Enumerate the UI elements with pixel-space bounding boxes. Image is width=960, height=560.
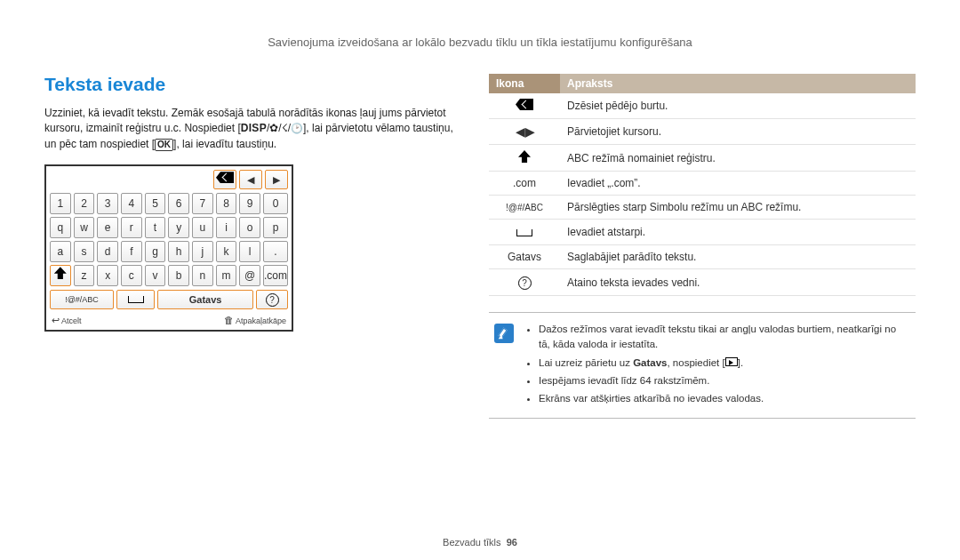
kbd-key[interactable]: w xyxy=(74,217,95,238)
keyboard-grid: 1234567890qwertyuiopasdfghjkl.zxcvbnm@.c… xyxy=(50,193,288,286)
icon-description-table: Ikona Apraksts Dzēsiet pēdējo burtu. ◀ ▶… xyxy=(489,74,916,296)
table-row: !@#/ABC Pārslēgties starp Simbolu režīmu… xyxy=(489,196,916,220)
kbd-done[interactable]: Gatavs xyxy=(157,290,253,309)
back-key-icon: ↩ xyxy=(52,315,60,326)
intro-paragraph: Uzziniet, kā ievadīt tekstu. Zemāk esoša… xyxy=(44,106,453,152)
kbd-help[interactable]: ? xyxy=(256,290,288,309)
kbd-footer-cancel: ↩ Atcelt xyxy=(52,315,82,326)
kbd-key[interactable]: 2 xyxy=(74,193,95,214)
kbd-key[interactable]: x xyxy=(97,265,118,286)
info-icon xyxy=(494,324,514,343)
info-li2-bold: Gatavs xyxy=(633,357,667,368)
help-icon: ? xyxy=(266,293,279,307)
kbd-key[interactable]: 6 xyxy=(168,193,189,214)
kbd-key[interactable]: o xyxy=(239,217,260,238)
kbd-key[interactable]: a xyxy=(50,241,71,262)
footer-page-number: 96 xyxy=(507,537,517,548)
pencil-icon xyxy=(499,328,509,339)
kbd-footer-cancel-label: Atcelt xyxy=(61,316,82,325)
backspace-icon xyxy=(216,172,234,183)
kbd-key[interactable]: i xyxy=(216,217,237,238)
kbd-key[interactable]: q xyxy=(50,217,71,238)
desc-cell: Ataino teksta ievades vedni. xyxy=(560,269,916,296)
kbd-key[interactable]: l xyxy=(239,241,260,262)
table-row: Gatavs Saglabājiet parādīto tekstu. xyxy=(489,245,916,269)
kbd-key[interactable]: 5 xyxy=(145,193,166,214)
intro-seg3: ], lai ievadītu taustiņu. xyxy=(173,138,276,150)
table-row: ? Ataino teksta ievades vedni. xyxy=(489,269,916,296)
onscreen-keyboard: ◀ ▶ 1234567890qwertyuiopasdfghjkl.zxcvbn… xyxy=(44,164,293,332)
desc-cell: Dzēsiet pēdējo burtu. xyxy=(560,93,916,119)
icon-left-right: ◀ ▶ xyxy=(489,119,560,145)
kbd-key[interactable]: e xyxy=(97,217,118,238)
kbd-key[interactable]: 0 xyxy=(263,193,288,214)
icon-gatavs: Gatavs xyxy=(489,245,560,269)
icon-shift xyxy=(489,145,560,172)
space-icon xyxy=(128,296,144,303)
kbd-key[interactable]: v xyxy=(145,265,166,286)
kbd-key[interactable]: t xyxy=(145,217,166,238)
kbd-key[interactable]: 4 xyxy=(121,193,142,214)
shift-icon xyxy=(54,267,67,279)
kbd-key[interactable]: @ xyxy=(239,265,260,286)
kbd-key[interactable]: u xyxy=(192,217,213,238)
desc-cell: ABC režīmā nomainiet reģistru. xyxy=(560,145,916,172)
kbd-com[interactable]: .com xyxy=(263,265,288,286)
kbd-key[interactable]: . xyxy=(263,241,288,262)
info-li2-c: ]. xyxy=(738,357,743,368)
kbd-key[interactable]: p xyxy=(263,217,288,238)
kbd-key[interactable]: k xyxy=(216,241,237,262)
kbd-key[interactable]: 3 xyxy=(97,193,118,214)
kbd-key[interactable]: g xyxy=(145,241,166,262)
kbd-footer-back-label: Atpakaļatkāpe xyxy=(236,316,286,325)
table-row: .com Ievadiet „.com”. xyxy=(489,172,916,196)
trash-icon: 🗑 xyxy=(224,315,234,325)
footer-label: Bezvadu tīkls xyxy=(443,537,500,548)
kbd-shift[interactable] xyxy=(50,265,71,286)
kbd-key[interactable]: h xyxy=(168,241,189,262)
kbd-key[interactable]: 8 xyxy=(216,193,237,214)
kbd-key[interactable]: y xyxy=(168,217,189,238)
play-box-icon xyxy=(725,357,738,366)
info-item: Ekrāns var atšķirties atkarībā no ievade… xyxy=(539,391,910,406)
kbd-key[interactable]: r xyxy=(121,217,142,238)
space-icon xyxy=(516,229,532,236)
kbd-key[interactable]: m xyxy=(216,265,237,286)
icon-backspace xyxy=(489,93,560,119)
intro-disp: DISP xyxy=(241,122,267,134)
kbd-key[interactable]: c xyxy=(121,265,142,286)
kbd-footer-back: 🗑 Atpakaļatkāpe xyxy=(224,315,286,326)
kbd-key[interactable]: f xyxy=(121,241,142,262)
kbd-key[interactable]: j xyxy=(192,241,213,262)
kbd-cursor-left[interactable]: ◀ xyxy=(239,170,262,189)
icon-com: .com xyxy=(489,172,560,196)
kbd-key[interactable]: 9 xyxy=(239,193,260,214)
desc-cell: Ievadiet atstarpi. xyxy=(560,220,916,245)
info-li2-a: Lai uzreiz pārietu uz xyxy=(539,357,633,368)
page-footer: Bezvadu tīkls 96 xyxy=(0,537,960,548)
kbd-key[interactable]: 7 xyxy=(192,193,213,214)
table-head-desc: Apraksts xyxy=(560,74,916,93)
kbd-key[interactable]: b xyxy=(168,265,189,286)
kbd-key[interactable]: 1 xyxy=(50,193,71,214)
table-head-icon: Ikona xyxy=(489,74,560,93)
kbd-space[interactable] xyxy=(116,290,155,309)
backspace-icon xyxy=(516,99,533,110)
kbd-backspace-top[interactable] xyxy=(213,170,236,189)
page-header: Savienojuma izveidošana ar lokālo bezvad… xyxy=(44,36,916,49)
icon-help: ? xyxy=(489,269,560,296)
info-item: Dažos režīmos varat ievadīt tekstu tikai… xyxy=(539,322,910,353)
desc-cell: Ievadiet „.com”. xyxy=(560,172,916,196)
kbd-key[interactable]: n xyxy=(192,265,213,286)
info-item: Lai uzreiz pārietu uz Gatavs, nospiediet… xyxy=(539,356,910,371)
table-row: Ievadiet atstarpi. xyxy=(489,220,916,245)
macro-icon xyxy=(269,122,278,134)
flash-icon: ☇ xyxy=(282,121,288,136)
table-row: ◀ ▶ Pārvietojiet kursoru. xyxy=(489,119,916,145)
kbd-key[interactable]: d xyxy=(97,241,118,262)
info-li2-b: , nospiediet [ xyxy=(667,357,724,368)
kbd-key[interactable]: s xyxy=(74,241,95,262)
kbd-key[interactable]: z xyxy=(74,265,95,286)
kbd-mode-toggle[interactable]: !@#/ABC xyxy=(50,290,114,309)
kbd-cursor-right[interactable]: ▶ xyxy=(265,170,288,189)
